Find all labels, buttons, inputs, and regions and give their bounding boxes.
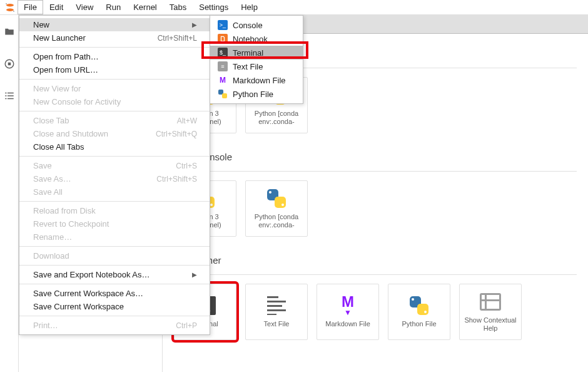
file-dropdown-menu: New▶New LauncherCtrl+Shift+LOpen from Pa… [19, 15, 210, 335]
file-menu-item: Rename… [19, 230, 210, 244]
file-menu-item: New View for [19, 82, 210, 95]
menu-separator [19, 79, 210, 80]
text-icon: ≡ [218, 61, 228, 71]
python-icon [408, 295, 430, 316]
console-icon: >_ [218, 20, 228, 30]
python-icon [218, 89, 228, 99]
svg-rect-8 [5, 95, 6, 96]
menu-run[interactable]: Run [99, 0, 127, 14]
menu-file[interactable]: File [18, 0, 43, 14]
python-icon [266, 188, 287, 209]
chevron-right-icon: ▶ [192, 21, 197, 28]
file-menu-item[interactable]: Save and Export Notebook As…▶ [19, 268, 210, 281]
menu-separator [19, 156, 210, 157]
file-menu-item: Close TabAlt+W [19, 114, 210, 127]
file-menu-item[interactable]: Close All Tabs [19, 140, 210, 153]
card-label: Python [conda env:.conda- [248, 213, 305, 229]
new-submenu-item-console[interactable]: >_Console [210, 18, 303, 32]
markdown-icon: M [218, 75, 228, 85]
card-label: Markdown File [325, 320, 370, 328]
new-submenu-item-markdown[interactable]: MMarkdown File [210, 73, 303, 87]
notebook-icon [218, 34, 228, 44]
file-menu-item[interactable]: Save Current Workspace [19, 300, 210, 313]
file-menu-item: Print…Ctrl+P [19, 319, 210, 332]
svg-rect-11 [8, 98, 14, 100]
file-menu-item: Close and ShutdownCtrl+Shift+Q [19, 127, 210, 140]
left-iconbar [0, 15, 19, 372]
new-submenu-item-python[interactable]: Python File [210, 87, 303, 101]
section-other: $_ Other $_TerminalText FileM▼Markdown F… [174, 252, 577, 340]
help-icon [480, 291, 501, 313]
menu-separator [19, 284, 210, 284]
launcher-card-text[interactable]: Text File [245, 284, 308, 340]
menu-kernel[interactable]: Kernel [127, 0, 163, 14]
card-label: Text File [264, 320, 290, 328]
jupyter-logo[interactable] [3, 0, 18, 14]
file-menu-item: SaveCtrl+S [19, 159, 210, 172]
menu-separator [19, 316, 210, 316]
file-menu-item: Save All [19, 185, 210, 199]
file-menu-item[interactable]: New▶ [19, 18, 210, 31]
svg-point-2 [6, 3, 7, 4]
launcher-card-python[interactable]: Python [conda env:.conda- [245, 180, 308, 237]
card-label: Show Contextual Help [462, 316, 519, 333]
file-menu-item[interactable]: Open from URL… [19, 63, 210, 76]
file-menu-item: Save As…Ctrl+Shift+S [19, 172, 210, 185]
svg-point-1 [6, 8, 14, 11]
menu-separator [19, 265, 210, 266]
menubar: FileEditViewRunKernelTabsSettingsHelp [0, 0, 588, 15]
menu-separator [19, 201, 210, 202]
svg-rect-6 [5, 93, 6, 94]
section-console: >_ Console Python 3 (ipykernel)Python [c… [174, 148, 577, 237]
file-menu-item: Revert to Checkpoint [19, 217, 210, 230]
menu-edit[interactable]: Edit [43, 0, 69, 14]
menu-help[interactable]: Help [235, 0, 264, 14]
menu-separator [19, 246, 210, 247]
menu-tabs[interactable]: Tabs [163, 0, 193, 14]
text-icon [266, 295, 287, 316]
folder-icon[interactable] [4, 26, 15, 39]
file-menu-item: New Console for Activity [19, 95, 210, 108]
new-submenu-item-notebook[interactable]: Notebook [210, 32, 303, 46]
new-submenu-item-terminal[interactable]: $_Terminal [210, 46, 303, 59]
running-icon[interactable] [4, 58, 15, 71]
file-menu-item[interactable]: New LauncherCtrl+Shift+L [19, 31, 210, 44]
launcher-card-python[interactable]: Python File [388, 284, 450, 340]
card-label: Python File [402, 320, 436, 328]
card-label: Python [conda env:.conda- [248, 110, 305, 126]
svg-rect-7 [8, 93, 14, 94]
svg-rect-5 [8, 63, 11, 66]
new-submenu-item-text[interactable]: ≡Text File [210, 59, 303, 73]
launcher-card-markdown[interactable]: M▼Markdown File [317, 284, 379, 340]
file-menu-item[interactable]: Open from Path… [19, 50, 210, 63]
svg-point-0 [6, 4, 14, 7]
launcher-card-help[interactable]: Show Contextual Help [459, 284, 522, 340]
terminal-icon: $_ [218, 48, 228, 58]
chevron-right-icon: ▶ [192, 271, 197, 278]
menu-separator [19, 47, 210, 48]
file-menu-item[interactable]: Save Current Workspace As… [19, 287, 210, 300]
file-menu-item: Download [19, 249, 210, 262]
markdown-icon: M▼ [337, 295, 358, 316]
toc-icon[interactable] [4, 90, 15, 103]
file-menu-item: Reload from Disk [19, 204, 210, 217]
new-submenu: >_ConsoleNotebook$_Terminal≡Text FileMMa… [210, 15, 303, 104]
menu-settings[interactable]: Settings [193, 0, 235, 14]
svg-point-3 [13, 11, 14, 12]
menu-separator [19, 111, 210, 111]
svg-rect-10 [5, 98, 6, 100]
svg-rect-9 [8, 95, 14, 96]
menu-view[interactable]: View [69, 0, 99, 14]
